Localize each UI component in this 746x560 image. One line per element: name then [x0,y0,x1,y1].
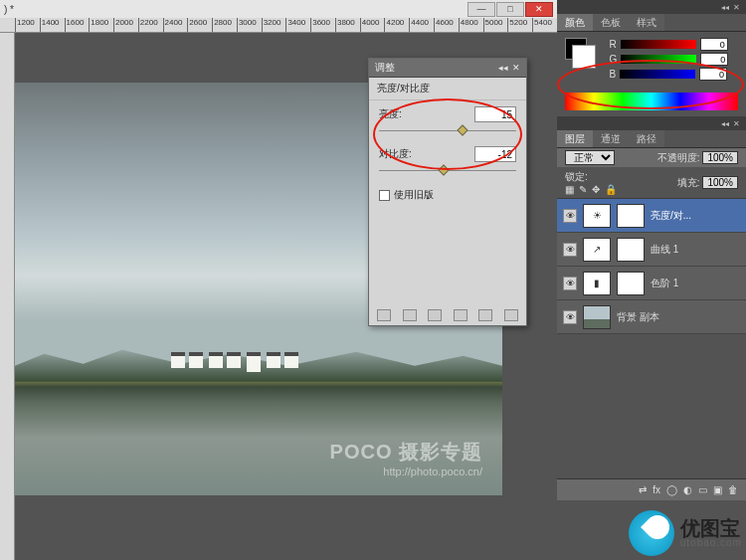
layers-panel: ◂◂✕ 图层 通道 路径 正常 不透明度: 100% 锁定: ▦✎✥🔒 填充: … [557,116,746,334]
b-input[interactable] [699,68,727,81]
visibility-toggle[interactable]: 👁 [563,310,577,324]
fill-value[interactable]: 100% [702,176,738,189]
watermark-title: POCO 摄影专题 [330,439,482,466]
ruler-mark: 4200 [384,18,409,32]
ruler-mark: 2000 [113,18,138,32]
r-input[interactable] [700,38,728,51]
ruler-mark: 2800 [212,18,237,32]
r-slider[interactable] [621,40,696,49]
layer-row-brightness[interactable]: 👁 ☀ 亮度/对... [557,199,746,233]
g-slider[interactable] [621,55,696,64]
adj-icon[interactable]: ◐ [683,484,692,495]
contrast-input[interactable] [474,146,516,162]
tab-channels[interactable]: 通道 [593,130,629,147]
adj-thumb-icon: ↗ [583,238,611,262]
contrast-slider[interactable] [379,164,516,178]
watermark: POCO 摄影专题 http://photo.poco.cn/ [330,439,482,477]
maximize-button[interactable]: □ [496,2,524,17]
g-input[interactable] [700,53,728,66]
tab-paths[interactable]: 路径 [629,130,664,147]
ruler-mark: 1200 [15,18,40,32]
tab-color[interactable]: 颜色 [557,14,593,31]
hand-icon[interactable] [403,309,417,321]
logo-icon [629,510,674,556]
visibility-toggle[interactable]: 👁 [563,277,577,290]
legacy-checkbox[interactable] [379,190,390,201]
mask-thumb[interactable] [617,272,645,295]
mask-icon[interactable]: ◯ [666,484,677,495]
fg-bg-swatch[interactable] [565,38,587,60]
ruler-mark: 3000 [237,18,262,32]
legacy-checkbox-row[interactable]: 使用旧版 [369,180,526,210]
b-label: B [609,69,616,80]
layers-footer: ⇄ fx ◯ ◐ ▭ ▣ 🗑 [557,478,746,500]
trash-icon[interactable]: 🗑 [728,484,738,495]
brightness-input[interactable] [474,106,516,122]
ruler-mark: 3400 [285,18,310,32]
close-panel-icon[interactable]: ✕ [512,63,520,73]
ruler-mark: 3800 [335,18,360,32]
brightness-slider[interactable] [379,124,516,138]
blend-mode-select[interactable]: 正常 [565,150,615,165]
b-slider[interactable] [620,70,695,79]
contrast-label: 对比度: [379,147,412,161]
close-icon[interactable]: ✕ [733,3,740,12]
link-icon[interactable]: ⇄ [639,484,647,495]
adjustments-footer-icons [377,309,518,321]
lock-all-icon[interactable]: 🔒 [605,184,617,195]
ruler-mark: 4000 [360,18,385,32]
tab-styles[interactable]: 样式 [629,14,664,31]
panel-strip-2: ◂◂✕ [557,116,746,130]
zoom-icon[interactable] [377,309,391,321]
new-layer-icon[interactable]: ▣ [713,484,722,495]
visibility-toggle[interactable]: 👁 [563,243,577,257]
spectrum-bar[interactable] [565,93,738,110]
ruler-mark: 1600 [65,18,90,32]
color-panel: R G B [557,32,746,89]
legacy-label: 使用旧版 [394,188,434,202]
group-icon[interactable]: ▭ [698,484,707,495]
mask-thumb[interactable] [617,238,645,262]
fx-icon[interactable]: fx [653,484,660,495]
layer-name: 色阶 1 [651,277,678,290]
ruler-mark: 5000 [483,18,508,32]
layer-name: 亮度/对... [651,209,691,223]
expand-icon[interactable]: ◂◂ [721,3,729,12]
layer-row-background[interactable]: 👁 背景 副本 [557,300,746,334]
ruler-mark: 4400 [409,18,434,32]
adjustments-tab[interactable]: 调整 [375,61,395,75]
visibility-toggle[interactable]: 👁 [563,209,577,223]
close-icon-2[interactable]: ✕ [733,119,740,128]
trash-icon[interactable] [504,309,518,321]
tab-swatches[interactable]: 色板 [593,14,629,31]
document-titlebar: ) * — □ ✕ [0,0,557,18]
photo-land [15,380,502,495]
ruler-mark: 1400 [40,18,65,32]
adj-thumb-icon: ☀ [583,204,611,228]
reset-icon[interactable] [478,309,492,321]
eye-icon[interactable] [454,309,467,321]
lock-trans-icon[interactable]: ▦ [565,184,574,195]
tab-layers[interactable]: 图层 [557,130,593,147]
lock-move-icon[interactable]: ✥ [592,184,600,195]
clip-icon[interactable] [428,309,442,321]
close-button[interactable]: ✕ [525,2,553,17]
r-label: R [609,39,616,50]
window-controls: — □ ✕ [467,2,553,17]
opacity-value[interactable]: 100% [702,151,738,164]
collapse-icon[interactable]: ◂◂ [498,63,508,73]
adjustments-header[interactable]: 调整 ◂◂ ✕ [369,59,526,78]
lock-brush-icon[interactable]: ✎ [579,184,587,195]
panel-header-icons: ◂◂ ✕ [498,63,520,73]
adjustments-panel[interactable]: 调整 ◂◂ ✕ 亮度/对比度 亮度: 对比度: 使用旧版 [368,58,527,326]
color-tabs: 颜色 色板 样式 [557,14,746,32]
ruler-mark: 3200 [262,18,286,32]
layer-row-curves[interactable]: 👁 ↗ 曲线 1 [557,233,746,267]
expand-icon-2[interactable]: ◂◂ [721,119,729,128]
minimize-button[interactable]: — [467,2,495,17]
layer-row-levels[interactable]: 👁 ▮ 色阶 1 [557,267,746,300]
g-label: G [609,54,617,65]
adj-thumb-icon: ▮ [583,272,611,295]
mask-thumb[interactable] [617,204,645,228]
utobao-logo: 优图宝utobao.com [629,510,742,556]
